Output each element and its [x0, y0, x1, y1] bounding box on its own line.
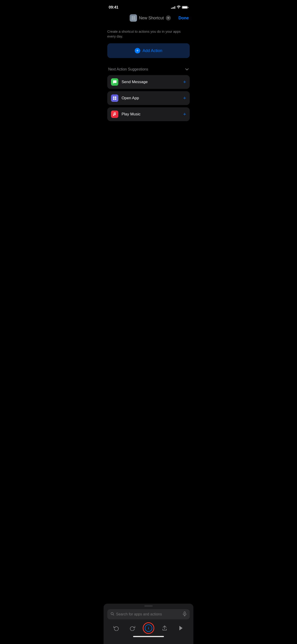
- svg-rect-5: [115, 96, 116, 98]
- wifi-icon: [176, 6, 180, 9]
- suggestion-send-message[interactable]: Send Message +: [107, 75, 190, 89]
- suggestion-play-music[interactable]: Play Music +: [107, 107, 190, 121]
- add-action-label: Add Action: [142, 48, 162, 53]
- open-app-add-icon[interactable]: +: [183, 95, 186, 101]
- suggestions-title: Next Action Suggestions: [108, 67, 148, 72]
- play-music-add-icon[interactable]: +: [183, 111, 186, 117]
- nav-center: New Shortcut: [130, 14, 170, 22]
- send-message-add-icon[interactable]: +: [183, 79, 186, 85]
- add-action-plus-icon: +: [135, 48, 140, 54]
- svg-rect-4: [113, 96, 114, 98]
- nav-bar: New Shortcut Done: [104, 12, 194, 24]
- svg-rect-2: [132, 18, 133, 20]
- status-time: 09:41: [109, 5, 118, 10]
- suggestions-header: Next Action Suggestions: [107, 67, 190, 72]
- open-app-icon: [111, 94, 118, 102]
- done-button[interactable]: Done: [178, 16, 189, 20]
- suggestions-chevron-icon[interactable]: [185, 68, 189, 71]
- svg-rect-3: [134, 18, 135, 20]
- suggestion-open-app[interactable]: Open App +: [107, 91, 190, 105]
- status-icons: [171, 6, 188, 9]
- shortcut-app-icon: [130, 14, 137, 22]
- open-app-label: Open App: [122, 96, 139, 100]
- nav-title: New Shortcut: [139, 16, 164, 20]
- messages-icon: [111, 78, 118, 86]
- status-bar: 09:41: [104, 0, 194, 12]
- svg-rect-1: [134, 16, 135, 18]
- send-message-label: Send Message: [122, 80, 148, 84]
- svg-rect-6: [113, 98, 114, 100]
- add-action-button[interactable]: + Add Action: [107, 43, 190, 58]
- music-icon: [111, 110, 118, 118]
- nav-chevron-button[interactable]: [166, 16, 171, 20]
- signal-icon: [171, 6, 175, 9]
- svg-rect-7: [115, 98, 116, 100]
- subtitle-text: Create a shortcut to actions you do in y…: [107, 29, 190, 39]
- svg-rect-0: [132, 16, 133, 18]
- main-content: Create a shortcut to actions you do in y…: [104, 24, 194, 128]
- battery-icon: [182, 6, 188, 9]
- play-music-label: Play Music: [122, 112, 140, 116]
